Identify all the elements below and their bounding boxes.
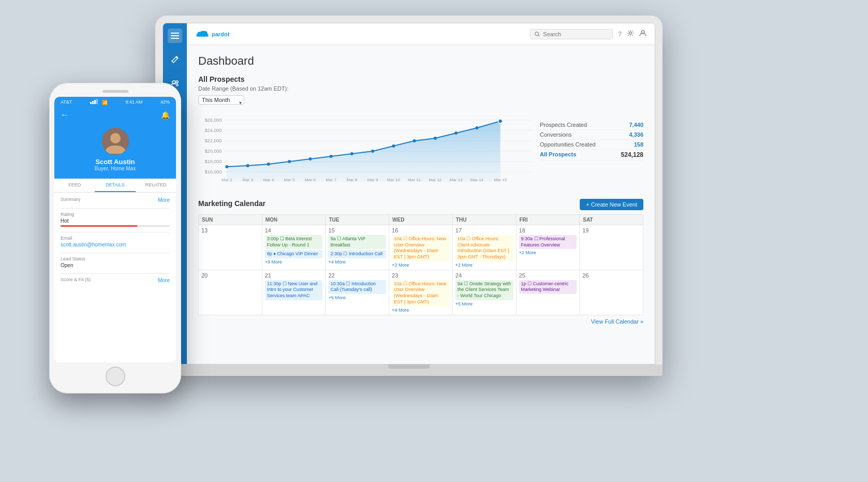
user-subtitle: Buyer, Home Max: [61, 166, 170, 171]
prospects-title: All Prospects: [198, 75, 643, 83]
cal-event[interactable]: 10a ☐ Office Hours: New User Overview (W…: [392, 280, 450, 306]
tab-related[interactable]: RELATED: [136, 179, 176, 192]
svg-line-14: [538, 35, 540, 36]
score-more[interactable]: More: [158, 277, 170, 283]
cal-more[interactable]: +5 More: [328, 295, 386, 300]
cal-event[interactable]: 10:30a ☐ Introduction Call (Tuesday's ca…: [328, 280, 386, 294]
svg-point-34: [330, 155, 333, 158]
cal-more[interactable]: +2 More: [455, 262, 513, 268]
cal-more[interactable]: +4 More: [328, 259, 386, 265]
tab-details[interactable]: DETAILS: [95, 179, 135, 192]
cal-event[interactable]: 9:30a ☐ Professional Features Overview: [519, 235, 577, 249]
field-score: Score & Fit (5) More: [61, 277, 170, 283]
cal-day-24: 24 9a ☐ Onsite Strategy with the Client …: [452, 270, 516, 315]
user-name: Scott Austin: [61, 158, 170, 166]
create-event-button[interactable]: + Create New Event: [580, 199, 643, 210]
email-value[interactable]: scott.austin@homemax.com: [61, 242, 170, 247]
svg-point-13: [535, 32, 539, 35]
svg-text:$18,000: $18,000: [205, 159, 222, 164]
rating-bar: [61, 225, 170, 227]
calendar-section: Marketing Calendar + Create New Event SU…: [198, 199, 643, 325]
svg-text:Mar 5: Mar 5: [284, 178, 295, 182]
calendar-grid: SUN MON TUE WED THU FRI SAT: [198, 214, 643, 315]
cal-day-18: 18 9:30a ☐ Professional Features Overvie…: [516, 225, 580, 270]
chart-area: $26,000 $24,000 $22,000 $20,000 $18,000 …: [198, 115, 643, 189]
cal-day-26: 26: [580, 270, 643, 315]
svg-point-62: [110, 133, 121, 143]
svg-point-39: [434, 137, 437, 140]
cal-event[interactable]: 9a ☐ Onsite Strategy with the Client Ser…: [455, 280, 513, 300]
help-icon[interactable]: ?: [618, 31, 622, 38]
view-full-calendar-link[interactable]: View Full Calendar »: [198, 318, 643, 325]
search-input[interactable]: [543, 31, 605, 37]
cal-more[interactable]: +9 More: [265, 259, 323, 265]
cal-event[interactable]: 1p ☐ Customer-centric Marketing Webinar: [519, 280, 577, 294]
svg-rect-60: [96, 99, 98, 104]
cal-more[interactable]: +4 More: [392, 308, 450, 313]
chart-stats: Prospects Created 7,440 Conversions 4,33…: [540, 115, 643, 189]
svg-point-41: [475, 126, 478, 129]
svg-point-36: [371, 150, 374, 153]
prospects-section: All Prospects Date Range (Based on 12am …: [198, 75, 643, 189]
phone-nav: ← 🔔: [54, 107, 176, 123]
tab-feed[interactable]: FEED: [54, 179, 95, 192]
svg-text:Mar 10: Mar 10: [387, 178, 401, 182]
cal-day-13: 13: [199, 225, 262, 270]
svg-point-32: [288, 160, 291, 163]
back-button[interactable]: ←: [61, 110, 69, 120]
phone-carrier: AT&T: [61, 99, 72, 105]
cal-event[interactable]: 8p ♦ Chicago VIP Dinner: [265, 250, 323, 258]
divider: [61, 253, 170, 253]
cal-event[interactable]: 2:30p ☐ Introduction Call: [328, 250, 386, 258]
svg-text:Mar 9: Mar 9: [367, 178, 378, 182]
svg-text:Mar 3: Mar 3: [242, 178, 253, 182]
sidebar-icon-edit[interactable]: [168, 52, 182, 67]
cal-header-sat: SAT: [580, 215, 643, 225]
cal-more[interactable]: +5 More: [455, 301, 513, 306]
cal-event[interactable]: 9a ☐ Atlanta VIP Breakfast: [328, 235, 386, 249]
cal-event[interactable]: 3:00p ☐ Beta Interest Follow Up - Round …: [265, 235, 323, 249]
cal-header-mon: MON: [262, 215, 326, 225]
summary-more[interactable]: More: [158, 197, 170, 203]
phone-screen: AT&T 📶 9:41 AM 42% ← 🔔: [54, 97, 176, 362]
phone-device: AT&T 📶 9:41 AM 42% ← 🔔: [49, 83, 181, 393]
stat-row-prospects-created: Prospects Created 7,440: [540, 120, 643, 130]
svg-point-38: [413, 139, 416, 142]
calendar-header: Marketing Calendar + Create New Event: [198, 199, 643, 210]
settings-icon[interactable]: [627, 30, 634, 38]
phone-battery: 42%: [160, 99, 170, 105]
divider: [61, 273, 170, 274]
notification-bell[interactable]: 🔔: [161, 111, 170, 119]
field-lead-status: Lead Status Open: [61, 256, 170, 268]
svg-text:Mar 15: Mar 15: [494, 178, 507, 182]
search-box[interactable]: [530, 29, 613, 39]
phone-profile: Scott Austin Buyer, Home Max: [54, 123, 176, 179]
page-body: Dashboard All Prospects Date Range (Base…: [187, 45, 655, 334]
cal-event[interactable]: 10a ☐ Office Hours: Client Advocate Intr…: [455, 235, 513, 261]
svg-rect-59: [94, 100, 96, 104]
svg-point-29: [225, 165, 228, 168]
phone-speaker: [102, 90, 128, 93]
cal-more[interactable]: +2 More: [519, 250, 577, 255]
avatar: [102, 128, 129, 155]
date-range-select[interactable]: This Month Last Month Last 7 Days Last 3…: [198, 95, 244, 105]
cal-day-21: 21 11:30p ☐ New User and Intro to your C…: [262, 270, 326, 315]
phone-signal: 📶: [90, 99, 108, 105]
cal-day-19: 19: [580, 225, 643, 270]
phone-home-button[interactable]: [106, 367, 125, 386]
divider: [61, 208, 170, 209]
user-icon[interactable]: [639, 30, 646, 38]
calendar-week-2: 20 21 11:30p ☐ New User and Intro to you…: [199, 270, 643, 315]
cal-day-23: 23 10a ☐ Office Hours: New User Overview…: [389, 270, 453, 315]
sidebar-icon-menu[interactable]: [168, 28, 182, 43]
svg-text:$22,000: $22,000: [205, 138, 222, 143]
laptop-device: pardot ?: [155, 16, 668, 440]
cal-event[interactable]: 11:30p ☐ New User and Intro to your Cust…: [265, 280, 323, 300]
cal-event[interactable]: 10a ☐ Office Hours: New User Overview (W…: [392, 235, 450, 261]
topnav: pardot ?: [187, 23, 655, 45]
laptop-base: [155, 364, 663, 376]
cal-day-14: 14 3:00p ☐ Beta Interest Follow Up - Rou…: [262, 225, 326, 270]
cal-more[interactable]: +2 More: [392, 262, 450, 268]
svg-text:Mar 12: Mar 12: [429, 178, 442, 182]
page-title: Dashboard: [198, 54, 643, 68]
